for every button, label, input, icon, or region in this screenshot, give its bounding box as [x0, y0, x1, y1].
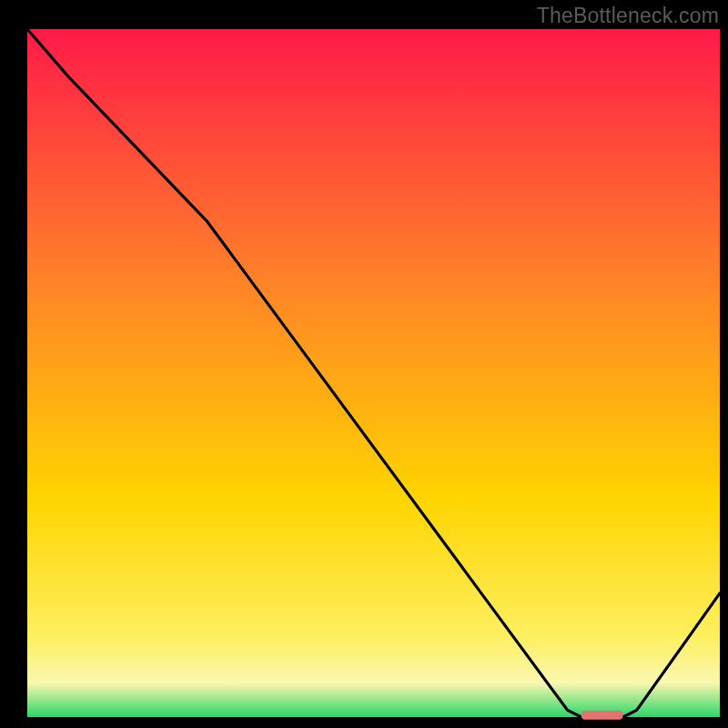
- optimal-range-marker: [581, 711, 623, 720]
- plot-area: [27, 29, 720, 717]
- bottleneck-chart: [0, 0, 728, 728]
- chart-container: { "attribution": "TheBottleneck.com", "c…: [0, 0, 728, 728]
- attribution-text: TheBottleneck.com: [537, 4, 719, 28]
